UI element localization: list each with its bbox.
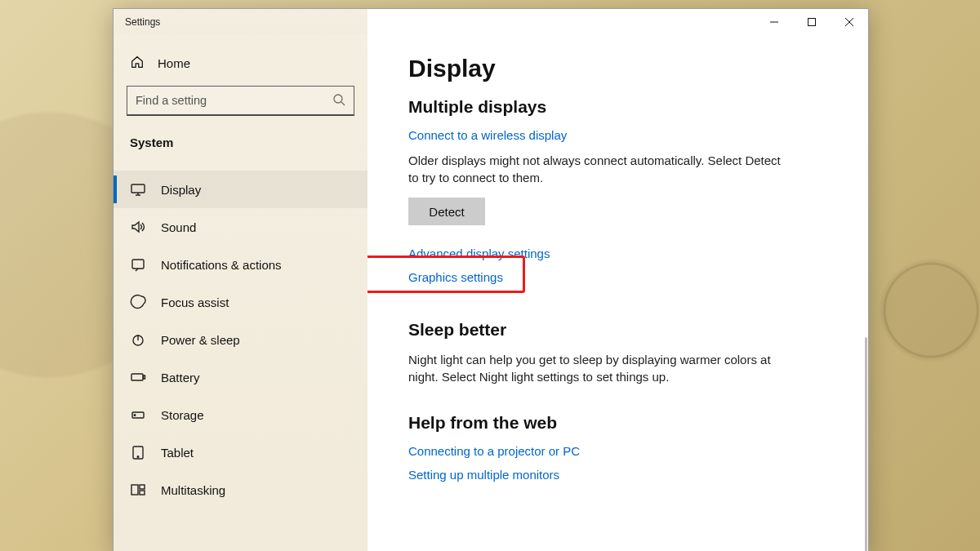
maximize-icon (808, 18, 816, 26)
svg-rect-13 (140, 491, 145, 495)
sidebar-item-tablet[interactable]: Tablet (114, 433, 368, 471)
window-controls (755, 9, 868, 35)
sidebar-home[interactable]: Home (114, 45, 368, 81)
sidebar: Home Find a setting System Display (114, 35, 368, 551)
svg-rect-11 (131, 485, 138, 495)
multitasking-icon (130, 482, 146, 498)
storage-icon (130, 407, 146, 423)
display-icon (130, 181, 146, 198)
sidebar-item-label: Sound (161, 220, 196, 234)
sidebar-item-label: Focus assist (161, 295, 229, 309)
sidebar-item-sound[interactable]: Sound (114, 208, 368, 246)
svg-point-1 (334, 95, 342, 103)
minimize-icon (770, 18, 778, 26)
section-sleep-better-heading: Sleep better (408, 320, 840, 340)
sidebar-item-notifications[interactable]: Notifications & actions (114, 246, 368, 283)
focus-assist-icon (130, 294, 146, 310)
sleep-better-text: Night light can help you get to sleep by… (408, 351, 792, 385)
sidebar-item-label: Notifications & actions (161, 258, 282, 272)
svg-rect-6 (144, 375, 145, 379)
page-title: Display (408, 55, 840, 82)
sidebar-item-label: Multitasking (161, 483, 225, 497)
sidebar-home-label: Home (158, 56, 190, 70)
link-help-projector[interactable]: Connecting to a projector or PC (408, 444, 840, 458)
svg-rect-12 (140, 485, 145, 489)
svg-rect-0 (808, 19, 816, 26)
sidebar-item-label: Power & sleep (161, 333, 240, 347)
sidebar-item-battery[interactable]: Battery (114, 358, 368, 396)
search-icon (332, 93, 345, 109)
battery-icon (130, 369, 146, 385)
window-title: Settings (114, 16, 160, 28)
desktop-wallpaper: Settings Home (0, 0, 980, 551)
close-icon (845, 18, 853, 26)
sidebar-item-multitasking[interactable]: Multitasking (114, 471, 368, 509)
section-help-heading: Help from the web (408, 413, 840, 433)
sidebar-item-label: Battery (161, 371, 200, 384)
sidebar-item-storage[interactable]: Storage (114, 396, 368, 433)
maximize-button[interactable] (793, 9, 831, 35)
power-icon (130, 331, 146, 348)
svg-rect-5 (131, 374, 143, 380)
sidebar-section-label: System (114, 124, 368, 161)
sidebar-item-label: Storage (161, 408, 204, 422)
main-content: Display Multiple displays Connect to a w… (368, 35, 868, 551)
titlebar: Settings (114, 9, 868, 35)
link-advanced-display-settings[interactable]: Advanced display settings (408, 247, 840, 260)
svg-rect-3 (132, 260, 144, 269)
close-button[interactable] (831, 9, 868, 35)
link-graphics-settings[interactable]: Graphics settings (408, 270, 840, 284)
scrollbar[interactable] (865, 337, 867, 551)
link-help-multiple-monitors[interactable]: Setting up multiple monitors (408, 468, 840, 482)
search-placeholder: Find a setting (136, 94, 326, 107)
notifications-icon (130, 256, 146, 273)
tablet-icon (130, 444, 146, 460)
sidebar-item-power-sleep[interactable]: Power & sleep (114, 321, 368, 358)
sidebar-nav: Display Sound Notifications & actions Fo… (114, 171, 368, 509)
sound-icon (130, 219, 146, 235)
home-icon (130, 55, 145, 72)
svg-point-10 (137, 456, 139, 458)
sidebar-item-focus-assist[interactable]: Focus assist (114, 283, 368, 321)
svg-rect-2 (131, 184, 145, 193)
detect-button[interactable]: Detect (408, 198, 485, 225)
svg-point-8 (134, 415, 136, 416)
sidebar-item-label: Display (161, 183, 201, 197)
search-input[interactable]: Find a setting (127, 86, 354, 116)
link-connect-wireless-display[interactable]: Connect to a wireless display (408, 128, 840, 142)
minimize-button[interactable] (755, 9, 793, 35)
sidebar-item-display[interactable]: Display (114, 171, 368, 208)
sidebar-item-label: Tablet (161, 446, 194, 460)
older-displays-text: Older displays might not always connect … (408, 152, 792, 186)
settings-window: Settings Home (113, 8, 869, 551)
section-multiple-displays-heading: Multiple displays (408, 97, 840, 117)
